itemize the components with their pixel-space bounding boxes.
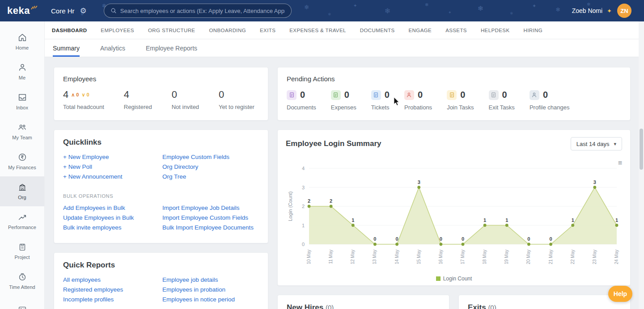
date-range-select[interactable]: Last 14 days ▾ bbox=[571, 137, 622, 150]
link-bulk-invite-employees[interactable]: Bulk invite employees bbox=[63, 224, 162, 231]
product-name: Core Hr bbox=[51, 7, 75, 15]
nav-tab-expenses-travel[interactable]: EXPENSES & TRAVEL bbox=[289, 28, 346, 33]
svg-text:1: 1 bbox=[302, 223, 305, 228]
gear-icon[interactable]: ⚙ bbox=[80, 6, 87, 16]
pending-count-row: 0 bbox=[447, 90, 474, 100]
pending-actions-list: 0Documents0Expenses0Tickets0Probations0J… bbox=[287, 90, 621, 111]
nav-tab-assets[interactable]: ASSETS bbox=[445, 28, 467, 33]
bottom-row: New Hires (0) Exits (0) bbox=[277, 295, 631, 309]
pending-action-exit-tasks[interactable]: 0Exit Tasks bbox=[489, 90, 515, 111]
link-new-poll[interactable]: + New Poll bbox=[63, 163, 162, 170]
sidebar-item-performance[interactable]: Performance bbox=[0, 206, 44, 236]
sidebar-item-more[interactable] bbox=[0, 296, 44, 309]
festive-decoration: ❄ bbox=[425, 3, 428, 7]
nav-tab-hiring[interactable]: HIRING bbox=[523, 28, 542, 33]
bulk-operations-list: Add Employees in BulkUpdate Employees in… bbox=[63, 205, 259, 234]
stat-value: 0 bbox=[219, 90, 224, 100]
chart-menu-icon[interactable]: ≡ bbox=[618, 159, 622, 167]
user-name[interactable]: Zoeb Nomi bbox=[572, 7, 602, 14]
pending-count: 0 bbox=[300, 90, 305, 100]
nav-tab-exits[interactable]: EXITS bbox=[260, 28, 275, 33]
topbar: ❄❄✦❄❄✦❄❄✦❄❄✦❄❄ keka Core Hr ⚙ Zoeb Nomi … bbox=[0, 0, 644, 21]
stat-value: 0 bbox=[172, 90, 177, 100]
probations-icon bbox=[404, 90, 414, 100]
subnav-tab-analytics[interactable]: Analytics bbox=[100, 39, 125, 57]
quick-reports-title: Quick Reports bbox=[63, 261, 259, 270]
sidebar-item-my-team[interactable]: My Team bbox=[0, 117, 44, 146]
sidebar-item-label: My Finances bbox=[8, 165, 36, 170]
link-import-employee-custom-fields[interactable]: Import Employee Custom Fields bbox=[162, 214, 259, 221]
help-button[interactable]: Help bbox=[608, 286, 632, 302]
sidebar-item-time-attend[interactable]: Time Attend bbox=[0, 266, 44, 296]
global-search[interactable] bbox=[104, 4, 292, 18]
sidebar-item-label: Inbox bbox=[16, 105, 28, 110]
login-chart-svg: 01234Login (Count)210 May211 May112 May0… bbox=[286, 160, 622, 273]
avatar[interactable]: ZN bbox=[617, 4, 631, 18]
subnav-tab-employee-reports[interactable]: Employee Reports bbox=[146, 39, 197, 57]
svg-text:18 May: 18 May bbox=[482, 250, 487, 264]
link-org-tree[interactable]: Org Tree bbox=[162, 173, 259, 180]
svg-text:0: 0 bbox=[462, 236, 464, 242]
nav-tab-documents[interactable]: DOCUMENTS bbox=[360, 28, 395, 33]
sidebar-item-project[interactable]: Project bbox=[0, 236, 44, 266]
svg-text:Login (Count): Login (Count) bbox=[288, 192, 293, 221]
badge-icon bbox=[17, 305, 27, 309]
nav-tab-engage[interactable]: ENGAGE bbox=[409, 28, 432, 33]
festive-decoration: ✦ bbox=[448, 11, 452, 15]
headcount-stat-not-invited: 0Not invited bbox=[172, 90, 199, 110]
headcount-stat-registered: 4Registered bbox=[124, 90, 152, 110]
logo-sparks-icon bbox=[30, 4, 38, 12]
nav-tab-org-structure[interactable]: ORG STRUCTURE bbox=[148, 28, 195, 33]
link-registered-employees[interactable]: Registered employees bbox=[63, 286, 162, 293]
link-new-employee[interactable]: + New Employee bbox=[63, 154, 162, 160]
link-update-employees-in-bulk[interactable]: Update Employees in Bulk bbox=[63, 214, 162, 221]
link-import-employee-job-details[interactable]: Import Employee Job Details bbox=[162, 205, 259, 211]
pending-action-tickets[interactable]: 0Tickets bbox=[371, 90, 390, 111]
logo-text: keka bbox=[7, 5, 30, 17]
pending-action-documents[interactable]: 0Documents bbox=[287, 90, 316, 111]
scrollbar-thumb[interactable] bbox=[640, 129, 643, 170]
employees-stats: 4∧ 0∨ 0Total headcount4Registered0Not in… bbox=[63, 90, 259, 110]
nav-tab-onboarding[interactable]: ONBOARDING bbox=[209, 28, 246, 33]
link-all-employees[interactable]: All employees bbox=[63, 276, 162, 283]
sidebar-item-my-finances[interactable]: My Finances bbox=[0, 146, 44, 176]
link-org-directory[interactable]: Org Directory bbox=[162, 163, 259, 170]
new-hires-label: New Hires bbox=[287, 303, 323, 309]
pending-action-join-tasks[interactable]: 0Join Tasks bbox=[447, 90, 474, 111]
sidebar-item-home[interactable]: Home bbox=[0, 27, 44, 57]
sidebar-item-inbox[interactable]: Inbox bbox=[0, 87, 44, 117]
page-scrollbar bbox=[639, 21, 644, 309]
stat-label: Yet to register bbox=[219, 104, 254, 110]
link-employee-custom-fields[interactable]: Employee Custom Fields bbox=[162, 154, 259, 160]
festive-decorations: ❄❄✦❄❄✦❄❄✦❄❄✦❄❄ bbox=[0, 0, 644, 21]
exits-count: (0) bbox=[488, 304, 496, 309]
pending-action-profile-changes[interactable]: 0Profile changes bbox=[530, 90, 570, 111]
link-employees-in-notice-period[interactable]: Employees in notice period bbox=[162, 296, 259, 303]
pending-action-probations[interactable]: 0Probations bbox=[404, 90, 432, 111]
nav-tab-employees[interactable]: EMPLOYEES bbox=[101, 28, 134, 33]
link-bulk-import-employee-documents[interactable]: Bulk Import Employee Documents bbox=[162, 224, 259, 231]
festive-decoration: ❄ bbox=[510, 12, 513, 16]
svg-text:2: 2 bbox=[302, 204, 305, 209]
link-employees-in-probation[interactable]: Employees in probation bbox=[162, 286, 259, 293]
sidebar-item-label: Project bbox=[14, 255, 30, 260]
team-icon bbox=[17, 122, 27, 132]
search-input[interactable] bbox=[120, 8, 285, 14]
sidebar-item-me[interactable]: Me bbox=[0, 57, 44, 87]
headcount-stat-total-headcount: 4∧ 0∨ 0Total headcount bbox=[63, 90, 104, 110]
pending-action-expenses[interactable]: 0Expenses bbox=[331, 90, 356, 111]
stat-value-row: 4∧ 0∨ 0 bbox=[63, 90, 104, 100]
svg-text:24 May: 24 May bbox=[614, 250, 619, 264]
subnav-tab-summary[interactable]: Summary bbox=[53, 39, 80, 57]
sidebar-item-org[interactable]: Org bbox=[0, 176, 44, 206]
link-add-employees-in-bulk[interactable]: Add Employees in Bulk bbox=[63, 205, 162, 211]
nav-tab-dashboard[interactable]: DASHBOARD bbox=[52, 28, 87, 33]
nav-tab-helpdesk[interactable]: HELPDESK bbox=[481, 28, 510, 33]
link-employee-job-details[interactable]: Employee job details bbox=[162, 276, 259, 283]
search-icon bbox=[110, 8, 117, 14]
svg-text:14 May: 14 May bbox=[394, 250, 399, 264]
link-new-announcement[interactable]: + New Announcement bbox=[63, 173, 162, 180]
link-incomplete-profiles[interactable]: Incomplete profiles bbox=[63, 296, 162, 303]
keka-logo[interactable]: keka bbox=[0, 5, 45, 17]
svg-text:16 May: 16 May bbox=[438, 250, 443, 264]
